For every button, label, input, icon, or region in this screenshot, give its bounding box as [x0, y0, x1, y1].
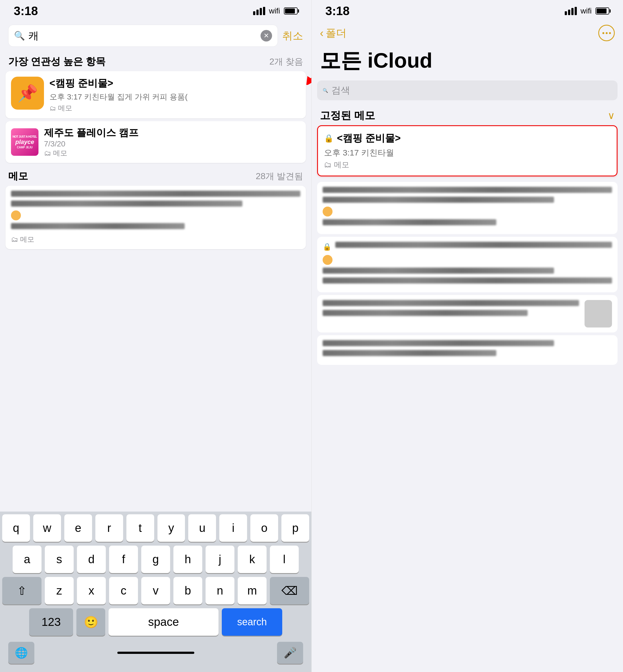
- key-t[interactable]: t: [126, 514, 154, 542]
- pinned-note-folder: 🗂 메모: [324, 160, 611, 170]
- cancel-button[interactable]: 취소: [282, 29, 303, 43]
- backspace-key[interactable]: ⌫: [270, 577, 309, 604]
- key-f[interactable]: f: [109, 546, 138, 573]
- back-button[interactable]: ‹ 폴더: [320, 26, 347, 40]
- top-result-preview: 오후 3:17 키친타월 집게 가위 커피 용품(: [50, 92, 300, 102]
- signal-icon: [253, 7, 265, 15]
- memo-section-title: 메모: [8, 170, 28, 183]
- search-key[interactable]: search: [222, 608, 282, 636]
- blurred-r5: [323, 268, 554, 274]
- blurred-text-3: [11, 223, 185, 229]
- right-wifi-icon: wifi: [581, 7, 592, 16]
- orange-dot-r2: [323, 255, 332, 265]
- blurred-r6: [323, 277, 612, 283]
- dot3: [609, 32, 611, 34]
- keyboard[interactable]: q w e r t y u i o p a s d f g h j k: [0, 512, 312, 672]
- blurred-r8: [323, 310, 528, 316]
- blurred-r3: [323, 219, 496, 225]
- note-list-3[interactable]: [317, 295, 618, 332]
- key-e[interactable]: e: [64, 514, 92, 542]
- folder-icon: 🗂: [50, 104, 56, 112]
- key-j[interactable]: j: [206, 546, 234, 573]
- right-search-bar[interactable]: 🔍 검색: [317, 81, 618, 100]
- shift-key[interactable]: ⇧: [2, 577, 41, 604]
- dot2: [606, 32, 607, 34]
- key-w[interactable]: w: [33, 514, 61, 542]
- chevron-down-icon[interactable]: ∨: [607, 110, 615, 121]
- num-key[interactable]: 123: [29, 608, 73, 636]
- key-l[interactable]: l: [270, 546, 299, 573]
- memo-section-count: 28개 발견됨: [256, 170, 303, 182]
- blurred-r4: [335, 242, 612, 248]
- wifi-icon: wifi: [269, 7, 280, 16]
- orange-dot-1: [11, 210, 21, 220]
- keyboard-row-4: 123 🙂 space search: [2, 608, 309, 636]
- memo-folder-label: 🗂 메모: [11, 235, 300, 244]
- orange-dot-r1: [323, 207, 332, 216]
- lock-icon2: 🔒: [323, 243, 331, 251]
- top-result-card[interactable]: 📌 <캠핑 준비물> 오후 3:17 키친타월 집게 가위 커피 용품( 🗂 메…: [5, 71, 306, 118]
- note-list-4[interactable]: [317, 335, 618, 365]
- key-a[interactable]: a: [12, 546, 41, 573]
- emoji-key[interactable]: 🙂: [77, 608, 105, 636]
- key-q[interactable]: q: [2, 514, 30, 542]
- search-input[interactable]: 캐: [28, 29, 257, 43]
- keyboard-bottom-bar: 🌐 🎤: [0, 640, 312, 672]
- mic-button[interactable]: 🎤: [277, 642, 303, 664]
- key-z[interactable]: z: [45, 577, 73, 604]
- back-chevron-icon: ‹: [320, 27, 323, 39]
- second-result-title: 제주도 플레이스 캠프: [44, 126, 300, 140]
- search-bar[interactable]: 🔍 캐 ✕: [8, 25, 278, 47]
- second-result-card[interactable]: NOT JUST A HOTEL playce CAMP JEJU 제주도 플레…: [5, 121, 306, 163]
- pinned-note-card[interactable]: 🔒 <캠핑 준비물> 오후 3:17 키친타월 🗂 메모: [317, 125, 618, 176]
- note-list-2[interactable]: 🔒: [317, 237, 618, 292]
- key-u[interactable]: u: [188, 514, 216, 542]
- pinned-section-title: 고정된 메모: [320, 109, 375, 123]
- key-r[interactable]: r: [95, 514, 123, 542]
- space-key[interactable]: space: [109, 608, 218, 636]
- second-result-content: 제주도 플레이스 캠프 7/3/20 🗂 메모: [44, 126, 300, 158]
- memo-section-header: 메모 28개 발견됨: [0, 163, 312, 186]
- dot1: [602, 32, 604, 34]
- blurred-r9: [323, 340, 554, 346]
- key-m[interactable]: m: [238, 577, 267, 604]
- right-page-title: 모든 iCloud: [312, 44, 623, 81]
- more-button[interactable]: [598, 25, 615, 41]
- key-d[interactable]: d: [77, 546, 106, 573]
- key-p[interactable]: p: [281, 514, 309, 542]
- key-n[interactable]: n: [206, 577, 234, 604]
- left-status-time: 3:18: [14, 4, 38, 18]
- left-status-bar: 3:18 wifi: [0, 0, 312, 22]
- key-c[interactable]: c: [109, 577, 138, 604]
- pinned-section-header: 고정된 메모 ∨: [312, 106, 623, 125]
- right-nav: ‹ 폴더: [312, 22, 623, 44]
- folder-icon-pinned: 🗂: [324, 160, 334, 169]
- right-signal-icon: [565, 7, 577, 15]
- key-b[interactable]: b: [173, 577, 202, 604]
- keyboard-row-2: a s d f g h j k l: [2, 546, 309, 573]
- key-g[interactable]: g: [141, 546, 170, 573]
- key-y[interactable]: y: [157, 514, 185, 542]
- blurred-r10: [323, 350, 496, 356]
- clear-button[interactable]: ✕: [261, 30, 272, 41]
- key-v[interactable]: v: [141, 577, 170, 604]
- key-x[interactable]: x: [77, 577, 106, 604]
- key-o[interactable]: o: [250, 514, 278, 542]
- top-result-title: <캠핑 준비물>: [50, 77, 300, 90]
- key-s[interactable]: s: [45, 546, 73, 573]
- note-thumbnail: [585, 300, 612, 328]
- blurred-text-1: [11, 191, 300, 197]
- battery-icon: [284, 7, 298, 14]
- globe-button[interactable]: 🌐: [8, 642, 34, 664]
- key-i[interactable]: i: [219, 514, 247, 542]
- key-h[interactable]: h: [173, 546, 202, 573]
- most-relevant-header: 가장 연관성 높은 항목 2개 찾음: [0, 50, 312, 71]
- note-list-1[interactable]: [317, 182, 618, 234]
- right-status-icons: wifi: [565, 7, 609, 16]
- key-k[interactable]: k: [238, 546, 267, 573]
- left-home-indicator: [117, 647, 194, 658]
- most-relevant-title: 가장 연관성 높은 항목: [8, 55, 106, 68]
- blurred-text-2: [11, 201, 242, 207]
- memo-card[interactable]: 🗂 메모: [5, 186, 306, 249]
- right-status-bar: 3:18 wifi: [312, 0, 623, 22]
